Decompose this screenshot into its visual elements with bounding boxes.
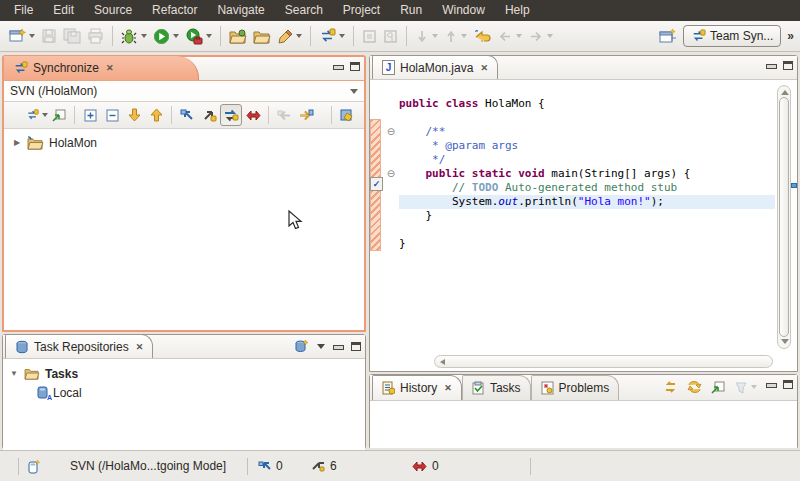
- print-button[interactable]: [84, 24, 107, 48]
- menu-search[interactable]: Search: [275, 0, 333, 21]
- horizontal-scrollbar[interactable]: [434, 355, 773, 368]
- dropdown-arrow[interactable]: [751, 385, 757, 389]
- view-menu-icon[interactable]: [317, 344, 325, 349]
- both-mode-button[interactable]: [220, 104, 242, 126]
- code-line[interactable]: ⊖ public static void main(String[] args)…: [383, 167, 775, 181]
- tree-item-tasks[interactable]: ▼ Tasks: [3, 364, 365, 383]
- close-icon[interactable]: ✕: [480, 63, 488, 73]
- sync-marker-icon[interactable]: ✓: [370, 177, 383, 191]
- code-editor[interactable]: public class HolaMon {⊖ /** * @param arg…: [370, 81, 797, 371]
- commit-all-button[interactable]: [295, 104, 317, 126]
- dropdown-arrow[interactable]: [339, 34, 345, 38]
- change-sets-button[interactable]: [336, 104, 358, 126]
- minimize-icon[interactable]: [333, 62, 343, 71]
- dropdown-arrow[interactable]: [141, 34, 147, 38]
- expander-icon[interactable]: ▼: [9, 369, 19, 378]
- save-button[interactable]: [38, 24, 60, 48]
- dropdown-arrow[interactable]: [461, 34, 467, 38]
- maximize-icon[interactable]: [351, 342, 361, 351]
- pin-editor-icon[interactable]: [711, 381, 725, 394]
- pin-synchronization-button[interactable]: [48, 104, 70, 126]
- tree-item-local[interactable]: A Local: [3, 383, 365, 402]
- save-all-button[interactable]: [60, 24, 84, 48]
- forward-button[interactable]: [525, 24, 556, 48]
- dropdown-arrow[interactable]: [432, 34, 438, 38]
- close-icon[interactable]: ✕: [136, 342, 144, 352]
- menu-file[interactable]: File: [4, 0, 43, 21]
- tree-item-holamon[interactable]: ▶ HolaMon: [4, 133, 364, 152]
- tab-problems[interactable]: Problems: [531, 375, 620, 400]
- menu-edit[interactable]: Edit: [43, 0, 84, 21]
- previous-change-button[interactable]: [145, 104, 167, 126]
- next-annotation-button[interactable]: [412, 24, 441, 48]
- link-with-editor-icon[interactable]: [687, 380, 702, 394]
- scroll-up-icon[interactable]: [781, 90, 789, 95]
- code-line[interactable]: [383, 223, 775, 237]
- code-line[interactable]: // TODO Auto-generated method stub: [383, 181, 775, 195]
- menu-run[interactable]: Run: [390, 0, 432, 21]
- fold-collapse-icon[interactable]: ⊖: [383, 167, 399, 181]
- filter-icon[interactable]: [734, 381, 748, 394]
- menu-window[interactable]: Window: [432, 0, 495, 21]
- menu-refactor[interactable]: Refactor: [142, 0, 207, 21]
- collapse-all-button[interactable]: [101, 104, 123, 126]
- perspective-overflow-chevron[interactable]: »: [787, 29, 794, 43]
- overview-ruler-marker[interactable]: [791, 183, 797, 188]
- code-line[interactable]: }: [383, 209, 775, 223]
- dropdown-arrow[interactable]: [173, 34, 179, 38]
- next-change-button[interactable]: [123, 104, 145, 126]
- debug-button[interactable]: [118, 24, 150, 48]
- dropdown-arrow[interactable]: [516, 34, 522, 38]
- add-repository-icon[interactable]: [294, 339, 309, 354]
- dropdown-arrow[interactable]: [547, 34, 553, 38]
- code-line[interactable]: */: [383, 153, 775, 167]
- incoming-mode-button[interactable]: [176, 104, 198, 126]
- expand-all-button[interactable]: [79, 104, 101, 126]
- menu-navigate[interactable]: Navigate: [207, 0, 274, 21]
- outgoing-mode-button[interactable]: [198, 104, 220, 126]
- menu-project[interactable]: Project: [333, 0, 390, 21]
- back-button[interactable]: [494, 24, 525, 48]
- maximize-icon[interactable]: [350, 62, 360, 71]
- minimize-icon[interactable]: [766, 61, 776, 70]
- open-project-folder-button[interactable]: [226, 24, 250, 48]
- scroll-down-icon[interactable]: [781, 339, 789, 344]
- external-tools-button[interactable]: [182, 24, 215, 48]
- dropdown-arrow[interactable]: [296, 34, 302, 38]
- update-all-button[interactable]: [273, 104, 295, 126]
- mark-occurrences-button[interactable]: [359, 24, 380, 48]
- dropdown-arrow[interactable]: [206, 34, 212, 38]
- tab-task-repositories[interactable]: Task Repositories ✕: [5, 334, 153, 358]
- synchronize-dropdown-button[interactable]: [26, 104, 48, 126]
- code-line[interactable]: System.out.println("Hola mon!");: [383, 195, 775, 209]
- tab-synchronize[interactable]: Synchronize ✕: [4, 56, 199, 80]
- minimize-icon[interactable]: [766, 380, 776, 389]
- last-edit-location-button[interactable]: [470, 24, 494, 48]
- tab-tasks[interactable]: Tasks: [462, 375, 531, 400]
- code-line[interactable]: ⊖ /**: [383, 125, 775, 139]
- dropdown-arrow[interactable]: [29, 34, 35, 38]
- annotate-pen-button[interactable]: [274, 24, 305, 48]
- code-line[interactable]: * @param args: [383, 139, 775, 153]
- chevron-down-icon[interactable]: [350, 89, 358, 94]
- fold-collapse-icon[interactable]: ⊖: [383, 125, 399, 139]
- open-resource-folder-button[interactable]: [250, 24, 274, 48]
- scrollbar-thumb[interactable]: [779, 97, 789, 337]
- code-line[interactable]: public class HolaMon {: [383, 97, 775, 111]
- maximize-icon[interactable]: [783, 380, 793, 389]
- close-icon[interactable]: ✕: [444, 383, 452, 393]
- menu-source[interactable]: Source: [84, 0, 142, 21]
- close-icon[interactable]: ✕: [106, 63, 114, 73]
- previous-annotation-button[interactable]: [441, 24, 470, 48]
- minimize-icon[interactable]: [333, 342, 343, 351]
- team-sync-action-button[interactable]: [316, 24, 348, 48]
- run-button[interactable]: [150, 24, 182, 48]
- code-line[interactable]: [383, 111, 775, 125]
- maximize-icon[interactable]: [783, 61, 793, 70]
- open-perspective-icon[interactable]: [659, 28, 677, 44]
- conflicts-mode-button[interactable]: [242, 104, 264, 126]
- tab-history[interactable]: History ✕: [372, 375, 462, 400]
- perspective-team-sync-button[interactable]: Team Syn...: [683, 25, 781, 47]
- new-wizard-button[interactable]: [6, 24, 38, 48]
- scroll-left-icon[interactable]: [440, 359, 445, 365]
